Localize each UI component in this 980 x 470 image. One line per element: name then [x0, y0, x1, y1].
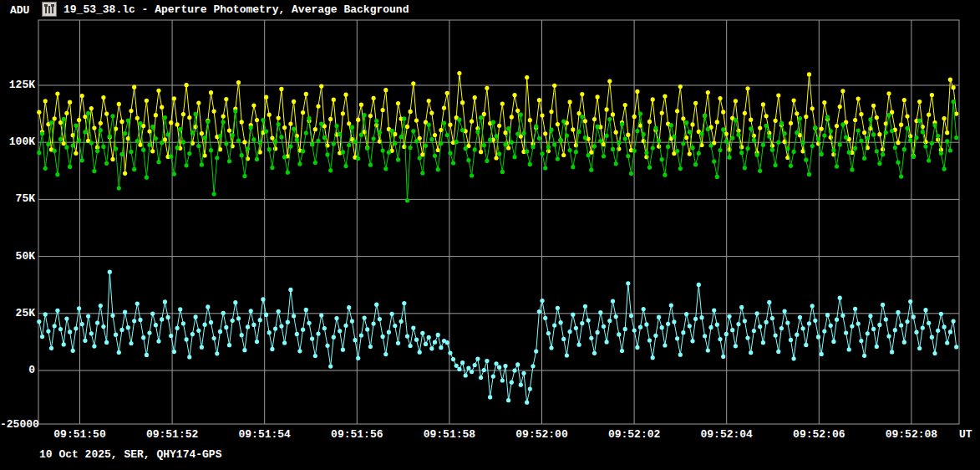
- data-point: [387, 330, 391, 335]
- data-point: [92, 345, 96, 349]
- data-point: [224, 97, 228, 101]
- data-point: [353, 140, 357, 144]
- data-point: [405, 198, 409, 202]
- data-point: [914, 135, 918, 140]
- data-point: [58, 327, 63, 331]
- data-point: [688, 152, 692, 156]
- data-point: [350, 125, 354, 130]
- data-point: [755, 311, 759, 315]
- data-point: [270, 347, 274, 351]
- data-point: [273, 327, 277, 331]
- data-point: [561, 337, 566, 341]
- data-point: [605, 134, 609, 138]
- data-point: [129, 150, 133, 154]
- data-point: [531, 145, 535, 149]
- data-point: [68, 100, 72, 105]
- data-point: [758, 324, 762, 329]
- data-point: [531, 364, 535, 368]
- data-point: [749, 350, 753, 355]
- data-point: [190, 130, 195, 135]
- data-point: [893, 328, 897, 332]
- data-point: [651, 355, 655, 360]
- series-comparison-green[interactable]: [37, 100, 958, 202]
- data-point: [660, 157, 664, 161]
- data-point: [774, 163, 778, 167]
- data-point: [850, 324, 854, 329]
- data-point: [147, 143, 151, 147]
- data-point: [448, 151, 452, 155]
- data-point: [150, 149, 155, 153]
- data-point: [632, 149, 637, 153]
- data-point: [277, 122, 281, 126]
- data-point: [688, 130, 692, 134]
- data-point: [411, 81, 415, 85]
- data-point: [313, 354, 317, 358]
- data-point: [820, 127, 824, 131]
- chart-title: 19_53_38.lc - Aperture Photometry, Avera…: [63, 3, 409, 16]
- data-point: [209, 148, 213, 152]
- data-point: [470, 370, 474, 374]
- y-tick-label: 75K: [0, 192, 35, 205]
- data-point: [497, 365, 501, 370]
- data-point: [325, 344, 329, 348]
- data-point: [899, 123, 903, 127]
- data-point: [521, 371, 526, 375]
- data-point: [37, 110, 41, 115]
- lightcurve-plot[interactable]: [0, 0, 980, 470]
- data-point: [282, 340, 287, 345]
- data-point: [862, 130, 866, 135]
- data-point: [927, 321, 931, 325]
- data-point: [954, 135, 958, 140]
- data-point: [185, 83, 189, 87]
- data-point: [734, 99, 738, 103]
- data-point: [399, 319, 404, 324]
- data-point: [316, 105, 320, 109]
- y-axis-unit-label: ADU: [10, 4, 29, 17]
- data-point: [767, 300, 771, 304]
- data-point: [875, 345, 879, 349]
- data-point: [712, 160, 716, 164]
- data-point: [945, 139, 949, 143]
- data-point: [657, 315, 661, 319]
- data-point: [292, 314, 296, 318]
- data-point: [46, 142, 50, 146]
- data-point: [657, 138, 661, 142]
- data-point: [261, 297, 265, 301]
- data-point: [804, 115, 808, 119]
- data-point: [868, 314, 872, 318]
- data-point: [68, 330, 72, 334]
- data-point: [332, 142, 336, 146]
- series-target-yellow[interactable]: [37, 71, 958, 176]
- data-point: [917, 119, 922, 123]
- data-point: [847, 151, 851, 155]
- data-point: [552, 84, 556, 88]
- gridlines: [38, 20, 959, 424]
- data-point: [798, 315, 802, 319]
- data-point: [506, 398, 510, 402]
- data-point: [660, 325, 664, 330]
- data-point: [383, 88, 388, 92]
- data-point: [117, 186, 121, 190]
- data-point: [242, 140, 246, 144]
- data-point: [494, 134, 498, 138]
- data-point: [92, 169, 96, 173]
- data-point: [589, 336, 593, 340]
- data-point: [53, 324, 57, 328]
- data-point: [739, 305, 744, 309]
- data-point: [313, 127, 317, 131]
- data-point: [178, 127, 182, 131]
- plot-border: [38, 20, 959, 424]
- data-point: [602, 324, 606, 329]
- data-point: [770, 316, 774, 320]
- data-point: [708, 143, 713, 147]
- data-point: [881, 152, 885, 156]
- data-point: [310, 337, 314, 341]
- data-point: [475, 130, 480, 134]
- series-background-cyan[interactable]: [37, 270, 958, 405]
- data-point: [626, 154, 630, 158]
- data-point: [359, 333, 363, 337]
- data-point: [221, 115, 226, 119]
- lightcurve-app-icon: [42, 2, 57, 17]
- data-point: [844, 330, 848, 335]
- data-point: [644, 322, 648, 326]
